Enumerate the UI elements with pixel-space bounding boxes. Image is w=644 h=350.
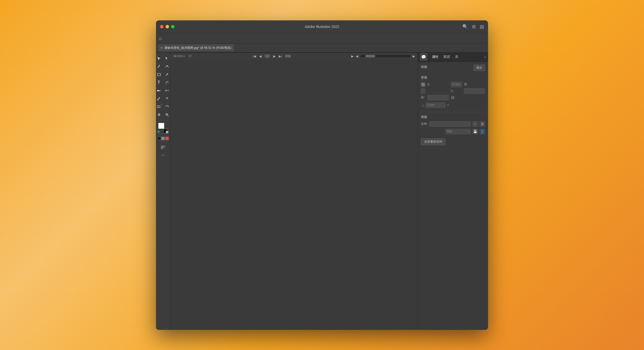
nav-right[interactable]: ▶	[351, 54, 354, 58]
text-tools: T	[156, 79, 171, 86]
utility-tools	[157, 137, 169, 140]
curvature-tool[interactable]	[163, 63, 171, 70]
x-label: X:	[427, 83, 449, 86]
add-artboard-btn[interactable]: +	[472, 121, 478, 127]
first-page-btn[interactable]: |◀	[253, 54, 256, 58]
minimize-button[interactable]	[166, 25, 169, 28]
rotate-tool[interactable]	[163, 103, 171, 110]
zoom-tool[interactable]	[163, 111, 171, 119]
close-tab-icon[interactable]: ✕	[160, 46, 163, 50]
svg-point-4	[165, 90, 167, 91]
panel-divider-1	[421, 112, 485, 112]
touch-type-tool[interactable]	[163, 79, 171, 86]
edit-preset-btn[interactable]: 👤	[479, 129, 485, 134]
rotation-value[interactable]: 0 min	[426, 102, 446, 108]
y-label: Y:	[451, 89, 462, 93]
pencil-tool[interactable]	[163, 71, 171, 78]
red-swatch[interactable]	[165, 137, 169, 140]
svg-rect-2	[157, 73, 160, 76]
direct-selection-tool[interactable]	[163, 55, 171, 62]
color-swatches[interactable]: ⊘	[158, 123, 168, 133]
tool-separator-2	[158, 135, 168, 135]
rearrange-all-button[interactable]: 全部重新排列	[421, 138, 446, 145]
tool-separator-1	[158, 120, 168, 120]
sidebar-icon[interactable]: ▤	[480, 24, 484, 29]
preset-row: 图稿 ▾ 💾 👤	[421, 129, 485, 134]
preset-dropdown[interactable]: 图稿 ▾	[445, 129, 471, 134]
close-button[interactable]	[160, 25, 164, 28]
hand-tool[interactable]	[156, 111, 163, 119]
scroll-thumb-h[interactable]	[365, 55, 375, 57]
transform-section: 变换 X: 0 mm 宽: Y: 高: ⛓	[421, 75, 485, 108]
zoom-control[interactable]: 66.51% ▾	[173, 54, 186, 58]
mid-swatch[interactable]	[161, 137, 165, 140]
name-label: 名称:	[421, 122, 428, 126]
measure-tool[interactable]	[163, 95, 171, 102]
save-preset-btn[interactable]: 💾	[472, 129, 478, 134]
artboard-props-title: 画板	[421, 115, 485, 119]
y-value[interactable]	[464, 88, 485, 94]
panel-tabs: 💬 属性 图层 库 »	[418, 53, 488, 62]
document-tab[interactable]: ✕ 潘敏4k壁纸_彼岸图网.jpg* @ 66.51 % (RGB/预览)	[158, 44, 234, 51]
tab-properties[interactable]: 属性	[429, 54, 441, 60]
nav-forward[interactable]: ▶	[413, 54, 415, 58]
svg-rect-9	[157, 106, 159, 108]
rotation-dropdown-arrow[interactable]: ▾	[447, 103, 449, 107]
link-proportions-icon[interactable]: ⛓	[451, 96, 462, 100]
type-tool[interactable]: T	[156, 79, 163, 86]
nav-back[interactable]: ◀	[356, 54, 358, 58]
maximize-button[interactable]	[171, 25, 175, 28]
artboard-name-row: 名称: + 🗑	[421, 121, 485, 127]
artboard-section: 画板 退出	[421, 65, 485, 71]
shape-builder-tool[interactable]: 2	[156, 103, 163, 110]
status-bar: 66.51% ▾ 0° |◀ ◀ 1 ▶ ▶| 画板 ▶ ◀	[170, 53, 418, 60]
tab-layers[interactable]: 图层	[441, 54, 453, 60]
dark-swatch[interactable]	[157, 137, 161, 140]
last-page-btn[interactable]: ▶|	[279, 54, 282, 58]
h-label: 高:	[421, 95, 425, 100]
artboard-section-title: 画板	[421, 65, 427, 69]
svg-rect-3	[157, 90, 161, 91]
exit-button[interactable]: 退出	[473, 65, 485, 71]
page-navigation: |◀ ◀ 1 ▶ ▶| 画板	[195, 54, 349, 58]
svg-point-5	[167, 90, 169, 91]
title-bar-right: 🔍 ⊞ ▤	[462, 24, 484, 29]
comment-icon[interactable]: 💬	[420, 53, 427, 61]
svg-point-8	[167, 98, 167, 98]
home-icon[interactable]: ⌂	[159, 35, 162, 41]
window-title: Adobe Illustrator 2022	[305, 25, 339, 29]
page-number[interactable]: 1	[265, 54, 270, 58]
artboards-tool[interactable]	[159, 143, 167, 151]
gradient-tool[interactable]	[156, 87, 163, 94]
gradient-tools	[156, 87, 171, 94]
tab-bar: ✕ 潘敏4k壁纸_彼岸图网.jpg* @ 66.51 % (RGB/预览)	[156, 44, 488, 53]
artboard-props-section: 画板 名称: + 🗑 图稿 ▾ 💾	[421, 115, 485, 145]
panel-content: 画板 退出 变换 X: 0 mm 宽:	[418, 62, 488, 330]
w-value[interactable]	[421, 88, 425, 94]
rectangle-tool[interactable]	[156, 71, 163, 78]
grid-icon[interactable]: ⊞	[472, 24, 476, 29]
next-page-btn[interactable]: ▶	[273, 54, 276, 58]
shape-builder-tools: 2	[156, 103, 171, 110]
x-value[interactable]: 0 mm	[451, 82, 462, 87]
secondary-toolbar: ⌂	[156, 33, 488, 44]
search-icon[interactable]: 🔍	[462, 24, 468, 29]
selection-tool[interactable]	[156, 55, 163, 62]
fill-swatch[interactable]	[158, 123, 164, 129]
h-value[interactable]	[427, 95, 449, 100]
prev-page-btn[interactable]: ◀	[259, 54, 262, 58]
pen-tool[interactable]	[156, 63, 163, 70]
svg-point-0	[159, 65, 159, 65]
canvas-label: 画板	[285, 54, 291, 58]
more-tools[interactable]: ···	[162, 152, 164, 158]
tab-libraries[interactable]: 库	[453, 54, 461, 60]
angle-control[interactable]: 0°	[188, 54, 193, 58]
blend-tool[interactable]	[163, 87, 171, 94]
traffic-lights	[160, 25, 175, 28]
zoom-value: 66.51%	[174, 55, 183, 58]
panel-expand-icon[interactable]: »	[484, 55, 486, 59]
artboard-name-input[interactable]	[429, 121, 471, 127]
eyedropper-tool[interactable]	[156, 95, 163, 102]
delete-artboard-btn[interactable]: 🗑	[479, 121, 485, 127]
horizontal-scrollbar[interactable]	[360, 55, 411, 57]
